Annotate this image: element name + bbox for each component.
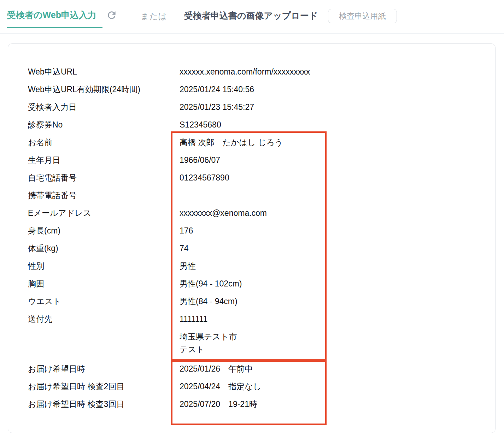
detail-row-url-expiry: Web申込URL有効期限(24時間) 2025/01/24 15:40:56: [28, 81, 475, 98]
detail-row-height: 身長(cm) 176: [28, 222, 475, 239]
field-label: お届け希望日時: [28, 363, 180, 374]
field-label: Web申込URL: [28, 66, 180, 77]
exam-application-paper-button[interactable]: 検査申込用紙: [328, 9, 397, 23]
field-value: 2025/01/26 午前中: [180, 363, 475, 374]
tab-image-upload[interactable]: 受検者申込書の画像アップロード: [184, 10, 318, 22]
field-label: お届け希望日時 検査2回目: [28, 381, 180, 392]
field-label: 自宅電話番号: [28, 172, 180, 183]
field-value: S12345680: [180, 120, 475, 130]
detail-row-name: お名前 高橋 次郎 たかはし じろう: [28, 134, 475, 151]
field-value: 176: [180, 226, 475, 236]
detail-row-birthdate: 生年月日 1966/06/07: [28, 151, 475, 169]
shipping-address-line2: テスト: [180, 343, 475, 356]
field-value: 男性(84 - 94cm): [180, 296, 475, 307]
detail-row-email: Eメールアドレス xxxxxxxx@xenoma.com: [28, 204, 475, 222]
field-value: 男性: [180, 261, 475, 272]
field-value: 2025/01/24 15:40:56: [180, 85, 475, 94]
field-label: 身長(cm): [28, 225, 180, 236]
field-label: 携帯電話番号: [28, 190, 180, 201]
field-value: 01234567890: [180, 173, 475, 183]
active-tab-underline: [7, 27, 102, 28]
field-value: 1966/06/07: [180, 155, 475, 165]
field-label: ウエスト: [28, 296, 180, 307]
field-value: 74: [180, 244, 475, 253]
detail-row-web-url: Web申込URL xxxxxx.xenoma.com/form/xxxxxxxx…: [28, 63, 475, 81]
field-label: 受検者入力日: [28, 102, 180, 113]
detail-row-home-phone: 自宅電話番号 01234567890: [28, 169, 475, 187]
delivery-date-section: お届け希望日時 2025/01/26 午前中 お届け希望日時 検査2回目 202…: [28, 360, 475, 413]
detail-row-patient-card-no: 診察券No S12345680: [28, 116, 475, 134]
refresh-icon: [106, 17, 117, 22]
applicant-details-card: Web申込URL xxxxxx.xenoma.com/form/xxxxxxxx…: [8, 43, 496, 433]
detail-row-sex: 性別 男性: [28, 257, 475, 275]
field-label: Eメールアドレス: [28, 208, 180, 219]
detail-row-shipping-address: 送付先 1111111 埼玉県テスト市 テスト: [28, 310, 475, 356]
detail-row-chest: 胸囲 男性(94 - 102cm): [28, 275, 475, 292]
detail-row-delivery-1: お届け希望日時 2025/01/26 午前中: [28, 360, 475, 378]
field-value: 男性(94 - 102cm): [180, 278, 475, 289]
field-value: xxxxxx.xenoma.com/form/xxxxxxxxx: [180, 67, 475, 77]
refresh-button[interactable]: [106, 10, 118, 22]
field-label: 診察券No: [28, 119, 180, 130]
field-label: 生年月日: [28, 155, 180, 166]
field-value: 2025/01/23 15:45:27: [180, 102, 475, 112]
field-label: 性別: [28, 261, 180, 272]
field-value: 2025/07/20 19-21時: [180, 399, 475, 410]
detail-row-delivery-2: お届け希望日時 検査2回目 2025/04/24 指定なし: [28, 378, 475, 395]
field-value: 2025/04/24 指定なし: [180, 381, 475, 392]
detail-row-mobile-phone: 携帯電話番号: [28, 187, 475, 204]
field-value: xxxxxxxx@xenoma.com: [180, 208, 475, 218]
field-label: 胸囲: [28, 278, 180, 289]
page-header: 受検者のWeb申込入力 または 受検者申込書の画像アップロード 検査申込用紙: [0, 0, 504, 34]
field-label: お届け希望日時 検査3回目: [28, 399, 180, 410]
field-label: 送付先: [28, 310, 180, 328]
detail-row-weight: 体重(kg) 74: [28, 239, 475, 257]
field-label: 体重(kg): [28, 243, 180, 254]
field-label: Web申込URL有効期限(24時間): [28, 84, 180, 95]
detail-row-delivery-3: お届け希望日時 検査3回目 2025/07/20 19-21時: [28, 395, 475, 413]
field-label: お名前: [28, 137, 180, 148]
detail-row-waist: ウエスト 男性(84 - 94cm): [28, 292, 475, 310]
field-value: 高橋 次郎 たかはし じろう: [180, 137, 475, 148]
or-text: または: [141, 11, 167, 22]
shipping-address-line1: 埼玉県テスト市: [180, 330, 475, 343]
shipping-address-value: 1111111 埼玉県テスト市 テスト: [180, 310, 475, 356]
detail-row-entry-date: 受検者入力日 2025/01/23 15:45:27: [28, 98, 475, 116]
shipping-postal-code: 1111111: [180, 310, 475, 328]
tab-web-entry[interactable]: 受検者のWeb申込入力: [7, 9, 96, 21]
